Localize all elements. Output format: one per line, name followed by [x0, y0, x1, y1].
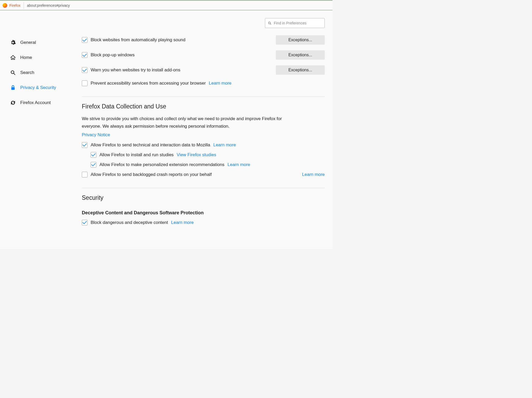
- lock-icon: [10, 85, 16, 91]
- svg-line-1: [14, 73, 15, 75]
- link-view-studies[interactable]: View Firefox studies: [177, 152, 216, 157]
- subhead-deceptive: Deceptive Content and Dangerous Software…: [82, 210, 325, 216]
- urlbar-app-name: Firefox: [9, 3, 21, 8]
- search-input[interactable]: Find in Preferences: [265, 18, 325, 28]
- exceptions-addons-button[interactable]: Exceptions...: [276, 65, 325, 75]
- search-icon: [10, 70, 16, 76]
- gear-icon: [10, 39, 16, 46]
- exceptions-autoplay-button[interactable]: Exceptions...: [276, 35, 325, 45]
- home-icon: [10, 54, 16, 61]
- link-recommendations-learnmore[interactable]: Learn more: [228, 162, 250, 167]
- label-addons: Warn you when websites try to install ad…: [91, 67, 180, 73]
- sidebar-item-privacy[interactable]: Privacy & Security: [10, 81, 69, 94]
- label-telemetry: Allow Firefox to send technical and inte…: [91, 142, 210, 148]
- label-recommendations: Allow Firefox to make personalized exten…: [99, 162, 224, 167]
- svg-point-0: [11, 71, 14, 74]
- section-divider: [82, 97, 325, 97]
- label-block-dangerous: Block dangerous and deceptive content: [91, 220, 168, 225]
- svg-rect-2: [11, 87, 15, 90]
- checkbox-crashreports[interactable]: [82, 172, 88, 177]
- search-icon: [268, 21, 272, 25]
- checkbox-autoplay[interactable]: [82, 37, 88, 43]
- section-title-data: Firefox Data Collection and Use: [82, 103, 325, 110]
- preferences-content: Find in Preferences Block websites from …: [69, 10, 332, 249]
- urlbar-path[interactable]: about:preferences#privacy: [24, 3, 70, 8]
- link-telemetry-learnmore[interactable]: Learn more: [213, 142, 236, 148]
- section-divider: [82, 188, 325, 188]
- link-privacy-notice[interactable]: Privacy Notice: [82, 132, 110, 137]
- label-popup: Block pop-up windows: [91, 52, 135, 58]
- sync-icon: [10, 100, 16, 106]
- checkbox-block-dangerous[interactable]: [82, 220, 88, 225]
- checkbox-telemetry[interactable]: [82, 142, 88, 148]
- sidebar-item-account[interactable]: Firefox Account: [10, 97, 69, 109]
- url-bar: Firefox about:preferences#privacy: [0, 0, 332, 10]
- checkbox-addons[interactable]: [82, 67, 88, 73]
- sidebar-item-label: Home: [20, 55, 32, 60]
- label-studies: Allow Firefox to install and run studies: [99, 152, 174, 157]
- checkbox-a11y[interactable]: [82, 80, 88, 86]
- preferences-sidebar: General Home Search Privacy & Security F…: [0, 10, 69, 249]
- sidebar-item-label: Privacy & Security: [20, 85, 56, 90]
- link-a11y-learnmore[interactable]: Learn more: [209, 81, 231, 86]
- svg-point-3: [269, 22, 271, 24]
- sidebar-item-label: General: [20, 40, 36, 45]
- checkbox-popup[interactable]: [82, 52, 88, 58]
- checkbox-recommendations[interactable]: [91, 162, 96, 168]
- svg-line-4: [270, 24, 271, 24]
- sidebar-item-general[interactable]: General: [10, 36, 69, 49]
- section-desc-data: We strive to provide you with choices an…: [82, 115, 287, 130]
- sidebar-item-home[interactable]: Home: [10, 51, 69, 64]
- label-crashreports: Allow Firefox to send backlogged crash r…: [91, 172, 212, 177]
- sidebar-item-search[interactable]: Search: [10, 66, 69, 79]
- exceptions-popup-button[interactable]: Exceptions...: [276, 50, 325, 60]
- sidebar-item-label: Firefox Account: [20, 100, 51, 105]
- label-autoplay: Block websites from automatically playin…: [91, 37, 185, 43]
- search-placeholder: Find in Preferences: [274, 21, 307, 25]
- checkbox-studies[interactable]: [91, 152, 96, 158]
- sidebar-item-label: Search: [20, 70, 34, 75]
- label-a11y: Prevent accessibility services from acce…: [91, 81, 206, 86]
- section-title-security: Security: [82, 194, 325, 201]
- firefox-logo-icon: [3, 3, 7, 8]
- link-crashreports-learnmore[interactable]: Learn more: [302, 172, 325, 177]
- link-block-dangerous-learnmore[interactable]: Learn more: [171, 220, 194, 225]
